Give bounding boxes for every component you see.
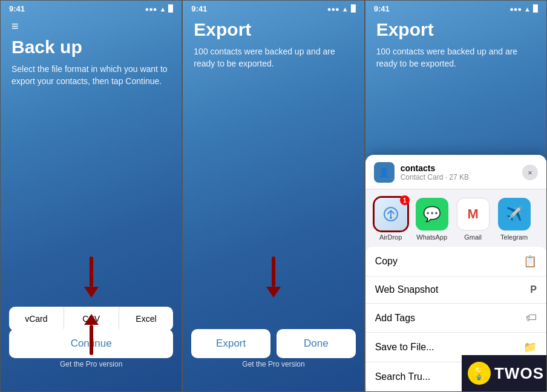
airdrop-icon-wrapper[interactable]: 1 [375,198,407,230]
screen2: 9:41 ●●● ▲ ▉ Export 100 contacts were ba… [182,0,364,392]
screen1: 9:41 ●●● ▲ ▉ ≡ Back up Select the file f… [0,0,182,392]
share-file-icon: 👤 [374,162,395,183]
screen3-title: Export [376,19,536,39]
whatsapp-icon: 💬 [416,198,448,230]
signal-icon-3: ●●● [509,5,522,13]
screen1-title: Back up [11,37,171,57]
screen1-subtitle: Select the file format in which you want… [11,63,171,88]
format-excel[interactable]: Excel [119,307,174,331]
battery-icon-3: ▉ [533,5,538,13]
status-bar-3: 9:41 ●●● ▲ ▉ [365,1,546,15]
apps-row: 1 AirDrop 💬 WhatsApp M Gmail [365,189,546,247]
export-done-row: Export Done [191,329,355,358]
gmail-icon: M [457,198,490,230]
web-snapshot-label: Web Snapshot [375,284,531,295]
twos-logo: 💡 TWOS [462,355,546,391]
screen1-content: ≡ Back up Select the file format in whic… [1,15,182,88]
app-whatsapp[interactable]: 💬 WhatsApp [414,198,450,241]
share-close-button[interactable]: × [522,165,538,180]
telegram-icon: ✈️ [498,198,531,230]
wifi-icon: ▲ [159,5,166,13]
status-icons-1: ●●● ▲ ▉ [145,5,174,13]
arrow-down [84,256,99,298]
arrow-shaft-up [90,325,93,355]
pro-version-link-2[interactable]: Get the Pro version [183,360,364,368]
share-file-name: contacts [401,163,469,173]
screen2-content: Export 100 contacts were backed up and a… [183,15,364,70]
whatsapp-label: WhatsApp [416,234,447,241]
telegram-label: Telegram [500,234,528,241]
app-airdrop[interactable]: 1 AirDrop [373,198,409,241]
wifi-icon-3: ▲ [524,5,531,13]
status-bar-2: 9:41 ●●● ▲ ▉ [183,1,364,15]
twos-text: TWOS [494,364,544,383]
screen3: 9:41 ●●● ▲ ▉ Export 100 contacts were ba… [365,0,547,392]
add-tags-icon: 🏷 [526,312,537,324]
screen2-title: Export [194,19,353,39]
gmail-label: Gmail [464,234,482,241]
web-snapshot-icon: P [530,284,537,295]
telegram-icon-wrapper[interactable]: ✈️ [498,198,531,230]
app-telegram[interactable]: ✈️ Telegram [496,198,532,241]
export-button[interactable]: Export [191,329,270,358]
menu-icon[interactable]: ≡ [11,19,171,33]
time-2: 9:41 [191,4,207,13]
save-to-file-label: Save to File... [375,342,523,353]
share-menu-copy[interactable]: Copy 📋 [365,247,546,276]
signal-icon-2: ●●● [327,5,339,13]
arrow-up [84,314,99,355]
contact-icon: 👤 [379,168,389,177]
app-gmail[interactable]: M Gmail [455,198,491,241]
airdrop-label: AirDrop [379,234,402,241]
whatsapp-icon-wrapper[interactable]: 💬 [416,198,448,230]
screen3-subtitle: 100 contacts were backed up and are read… [376,45,536,70]
add-tags-label: Add Tags [375,313,526,324]
share-file-info: contacts Contact Card · 27 KB [401,163,469,181]
copy-icon: 📋 [523,255,537,268]
save-to-file-icon: 📁 [523,341,537,354]
airdrop-badge: 1 [400,195,410,205]
battery-icon: ▉ [168,5,173,13]
share-menu-web-snapshot[interactable]: Web Snapshot P [365,276,546,304]
time-3: 9:41 [374,4,390,13]
arrow-head-down-2 [266,287,281,298]
share-file-size: Contact Card · 27 KB [401,173,469,181]
gmail-icon-wrapper[interactable]: M [457,198,490,230]
svg-point-1 [390,217,392,219]
battery-icon-2: ▉ [351,5,356,13]
arrow-head-up [84,314,99,325]
arrow-head-down [84,287,99,298]
share-header: 👤 contacts Contact Card · 27 KB × [365,155,546,189]
status-bar-1: 9:41 ●●● ▲ ▉ [1,1,182,15]
format-vcard[interactable]: vCard [9,307,64,331]
screen2-subtitle: 100 contacts were backed up and are read… [194,45,353,70]
signal-icon: ●●● [145,5,157,13]
twos-bulb-icon: 💡 [468,362,491,385]
screen3-content: Export 100 contacts were backed up and a… [365,15,546,70]
status-icons-2: ●●● ▲ ▉ [327,5,356,13]
pro-version-link-1[interactable]: Get the Pro version [1,360,182,368]
arrow-shaft-down [90,256,93,287]
time-1: 9:41 [9,4,25,13]
share-menu-add-tags[interactable]: Add Tags 🏷 [365,304,546,333]
done-button[interactable]: Done [277,329,356,358]
status-icons-3: ●●● ▲ ▉ [509,5,538,13]
wifi-icon-2: ▲ [342,5,349,13]
arrow-shaft-down-2 [272,256,275,287]
copy-label: Copy [375,256,523,267]
arrow-down-2 [266,256,281,298]
